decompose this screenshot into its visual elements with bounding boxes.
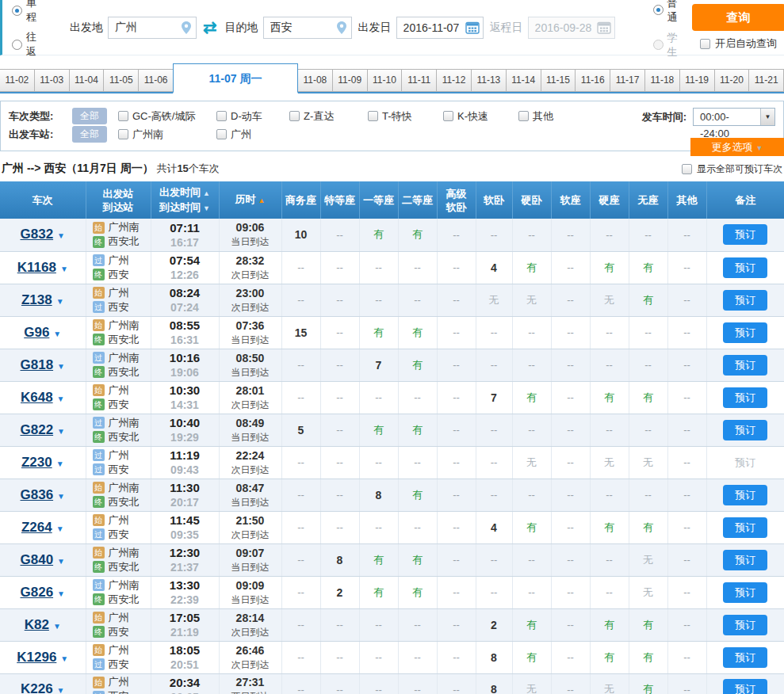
date-tab[interactable]: 11-21 [748, 69, 784, 92]
date-tab[interactable]: 11-13 [471, 69, 507, 92]
checkbox[interactable] [118, 129, 128, 139]
swap-cities-icon[interactable]: ⇄ [203, 19, 217, 36]
date-tab[interactable]: 11-11 [401, 69, 437, 92]
date-tab[interactable]: 11-15 [541, 69, 576, 92]
book-button[interactable]: 预订 [723, 550, 767, 570]
date-tab[interactable]: 11-04 [69, 69, 105, 92]
filter-option[interactable]: GC-高铁/城际 [118, 109, 216, 124]
expand-caret-icon[interactable]: ▼ [57, 395, 65, 403]
date-tab[interactable]: 11-05 [103, 69, 139, 92]
expand-caret-icon[interactable]: ▼ [57, 427, 65, 436]
train-number-link[interactable]: K648 [21, 390, 53, 405]
column-header[interactable]: 历时▲ [219, 181, 281, 219]
date-tab[interactable]: 11-18 [644, 69, 680, 92]
date-tab[interactable]: 11-16 [575, 69, 610, 92]
book-button[interactable]: 预订 [723, 679, 767, 694]
depart-station-all-badge[interactable]: 全部 [72, 126, 107, 143]
chevron-down-icon[interactable]: ▼ [760, 109, 774, 125]
checkbox[interactable] [518, 111, 529, 121]
checkbox[interactable] [216, 129, 227, 139]
depart-time-select[interactable]: 00:00--24:00 ▼ [693, 108, 775, 126]
date-tab[interactable]: 11-19 [679, 69, 715, 92]
book-button[interactable]: 预订 [723, 387, 767, 408]
sort-asc-icon[interactable]: ▲ [203, 189, 210, 197]
radio-selected-icon[interactable] [12, 6, 22, 16]
round-trip-radio[interactable]: 往返 [12, 30, 36, 59]
filter-option[interactable]: 广州南 [118, 128, 216, 142]
book-button[interactable]: 预订 [723, 517, 767, 538]
book-button[interactable]: 预订 [723, 355, 767, 376]
radio-selected-icon[interactable] [653, 5, 664, 15]
location-pin-icon[interactable] [180, 21, 193, 38]
expand-caret-icon[interactable]: ▼ [57, 557, 65, 566]
expand-caret-icon[interactable]: ▼ [56, 297, 64, 306]
expand-caret-icon[interactable]: ▼ [57, 492, 65, 501]
expand-caret-icon[interactable]: ▼ [56, 524, 64, 533]
expand-caret-icon[interactable]: ▼ [57, 231, 65, 240]
date-tab[interactable]: 11-08 [297, 69, 333, 92]
checkbox[interactable] [216, 111, 227, 121]
train-number-link[interactable]: G840 [21, 552, 54, 567]
date-tab[interactable]: 11-12 [436, 69, 472, 92]
book-button[interactable]: 预订 [723, 420, 767, 440]
train-number-link[interactable]: Z264 [21, 520, 52, 535]
train-number-link[interactable]: K82 [25, 617, 49, 632]
book-button[interactable]: 预订 [723, 485, 767, 505]
date-tab[interactable]: 11-09 [332, 69, 368, 92]
train-number-link[interactable]: G822 [21, 422, 54, 437]
date-tab[interactable]: 11-17 [610, 69, 645, 92]
train-number-link[interactable]: Z138 [21, 292, 52, 307]
book-button[interactable]: 预订 [723, 322, 767, 343]
train-number-link[interactable]: G836 [21, 487, 54, 502]
query-button[interactable]: 查询 [692, 4, 784, 31]
calendar-icon[interactable] [465, 21, 480, 37]
expand-caret-icon[interactable]: ▼ [57, 589, 65, 598]
checkbox[interactable] [443, 111, 453, 121]
date-tab[interactable]: 11-20 [714, 69, 750, 92]
train-number-link[interactable]: G826 [21, 585, 54, 600]
one-way-radio[interactable]: 单程 [12, 0, 36, 25]
student-passenger-radio[interactable]: 学生 [653, 31, 678, 59]
train-number-link[interactable]: G832 [21, 227, 54, 242]
filter-option[interactable]: D-动车 [216, 109, 289, 124]
filter-option[interactable]: T-特快 [368, 109, 443, 124]
normal-passenger-radio[interactable]: 普通 [653, 0, 678, 25]
show-all-bookable-checkbox[interactable] [682, 164, 692, 174]
radio-disabled-icon[interactable] [653, 40, 664, 50]
book-button[interactable]: 预订 [723, 290, 767, 311]
more-options-button[interactable]: 更多选项▼ [690, 138, 784, 156]
train-number-link[interactable]: G96 [24, 325, 49, 340]
book-button[interactable]: 预订 [723, 615, 767, 635]
expand-caret-icon[interactable]: ▼ [53, 330, 61, 338]
sort-asc-icon[interactable]: ▲ [258, 196, 266, 204]
book-button[interactable]: 预订 [723, 224, 767, 245]
date-tab[interactable]: 11-03 [34, 69, 70, 92]
date-tab[interactable]: 11-10 [367, 69, 403, 92]
train-number-link[interactable]: K1296 [17, 650, 56, 665]
expand-caret-icon[interactable]: ▼ [60, 654, 68, 663]
checkbox[interactable] [118, 111, 128, 121]
checkbox[interactable] [368, 111, 378, 121]
train-type-all-badge[interactable]: 全部 [72, 108, 107, 124]
train-number-link[interactable]: Z230 [21, 455, 52, 470]
date-tab-active[interactable]: 11-07 周一 [173, 63, 298, 93]
expand-caret-icon[interactable]: ▼ [56, 459, 64, 468]
expand-caret-icon[interactable]: ▼ [60, 265, 68, 273]
filter-option[interactable]: 广州 [216, 128, 289, 142]
date-tab[interactable]: 11-14 [506, 69, 541, 92]
expand-caret-icon[interactable]: ▼ [57, 686, 65, 694]
filter-option[interactable]: 其他 [518, 109, 566, 124]
train-number-link[interactable]: K1168 [17, 260, 56, 275]
train-number-link[interactable]: G818 [21, 357, 54, 372]
column-header[interactable]: 出发时间▲到达时间▼ [151, 181, 219, 219]
filter-option[interactable]: K-快速 [443, 109, 518, 124]
auto-query-checkbox[interactable] [700, 39, 710, 49]
sort-desc-icon[interactable]: ▼ [203, 204, 210, 212]
filter-option[interactable]: Z-直达 [289, 109, 368, 124]
expand-caret-icon[interactable]: ▼ [57, 362, 65, 371]
expand-caret-icon[interactable]: ▼ [53, 622, 61, 631]
date-tab[interactable]: 11-06 [138, 69, 174, 92]
book-button[interactable]: 预订 [723, 582, 767, 603]
book-button[interactable]: 预订 [723, 257, 767, 278]
date-tab[interactable]: 11-02 [0, 69, 35, 92]
